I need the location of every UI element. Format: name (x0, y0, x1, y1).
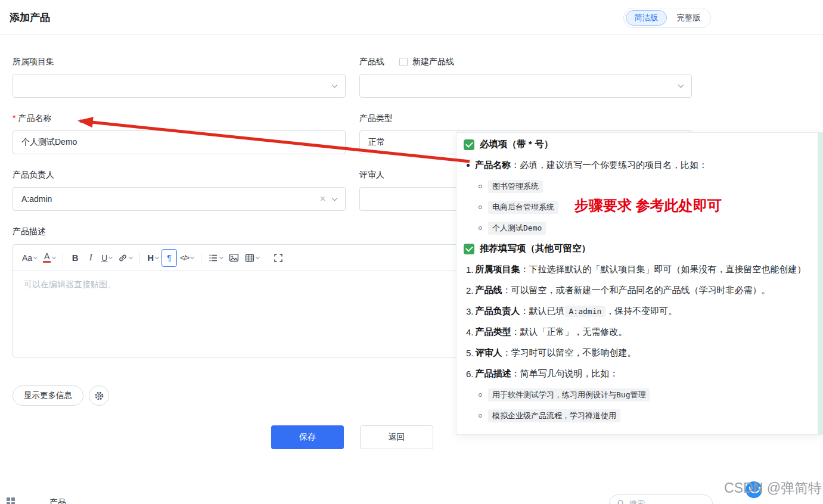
required-field-item: 产品名称 ：必填，建议填写一个你要练习的项目名，比如： (456, 155, 818, 176)
check-icon (464, 244, 474, 254)
step-text: ：默认已填 (520, 306, 565, 317)
product-name-label: *产品名称 (13, 113, 51, 124)
grid-icon[interactable] (6, 497, 15, 504)
view-toggle: 简洁版 完整版 (623, 8, 711, 28)
step-label: 产品描述 (476, 368, 511, 379)
clear-icon[interactable]: × (320, 194, 325, 204)
check-icon (464, 139, 474, 150)
step-text: ：学习时可以留空，不影响创建。 (502, 347, 636, 359)
annotation-red-note: 步骤要求 参考此处即可 (574, 196, 722, 215)
page-title: 添加产品 (10, 11, 50, 24)
heading-button[interactable]: H (144, 249, 162, 267)
step-text: ：下拉选择默认的「默认项目集」即可（如果没有，直接留空也能创建） (520, 264, 806, 275)
code-button[interactable]: </> (177, 249, 197, 267)
bottom-menu-product[interactable]: 产品 (49, 497, 66, 504)
owner-select-value: A:admin (21, 194, 320, 204)
step-item: 2. 产品线 ：可以留空，或者新建一个和产品同名的产品线（学习时非必需）。 (456, 280, 818, 301)
csdn-watermark: CSDN @弹简特 (724, 479, 822, 497)
required-asterisk: * (13, 113, 15, 123)
required-field-text: ：必填，建议填写一个你要练习的项目名，比如： (511, 160, 707, 171)
paragraph-button[interactable]: ¶ (162, 249, 177, 267)
italic-button[interactable]: I (83, 249, 98, 267)
productline-label: 产品线 (359, 57, 384, 67)
example-code: 电商后台管理系统 (488, 201, 558, 214)
step-number: 4. (466, 327, 474, 337)
chevron-down-icon (219, 254, 223, 259)
chevron-down-icon (33, 254, 38, 259)
step-number: 6. (466, 369, 474, 379)
step-number: 5. (466, 348, 474, 358)
circle-bullet-icon (479, 185, 482, 188)
step-code: A:admin (565, 306, 606, 317)
product-name-label-text: 产品名称 (18, 113, 51, 123)
image-button[interactable] (226, 249, 242, 267)
example-code: 图书管理系统 (488, 180, 543, 193)
save-button[interactable]: 保存 (271, 425, 344, 449)
list-button[interactable] (206, 249, 226, 267)
required-title-text: 必填项（带 * 号） (480, 138, 553, 151)
add-product-page: 添加产品 简洁版 完整版 所属项目集 产品线 新建产品线 *产品名称 产品类型 … (0, 0, 823, 504)
paragraph-icon: ¶ (167, 253, 172, 263)
toolbar-divider (139, 253, 140, 263)
search-input[interactable] (629, 499, 695, 504)
chevron-down-icon (52, 254, 56, 259)
recommend-title-text: 推荐填写项（其他可留空） (480, 242, 591, 255)
reviewer-label: 评审人 (359, 170, 384, 181)
table-button[interactable] (242, 249, 262, 267)
underline-icon: U (101, 253, 107, 263)
circle-bullet-icon (479, 226, 482, 230)
step-label: 产品负责人 (476, 306, 520, 317)
fullscreen-button[interactable] (271, 249, 286, 267)
example-code: 模拟企业级产品流程，学习禅道使用 (488, 409, 620, 422)
font-size-label: Aa (22, 253, 32, 263)
productline-select[interactable] (359, 74, 692, 98)
chevron-down-icon (256, 254, 260, 259)
fullscreen-icon (274, 253, 283, 263)
product-type-label: 产品类型 (359, 113, 393, 124)
toggle-simple-button[interactable]: 简洁版 (626, 10, 667, 26)
new-productline-checkbox[interactable] (399, 58, 408, 66)
circle-bullet-icon (479, 393, 482, 397)
example-item: 图书管理系统 (456, 176, 818, 197)
code-icon: </> (180, 254, 189, 262)
font-size-button[interactable]: Aa (19, 249, 40, 267)
underline-button[interactable]: U (98, 249, 115, 267)
back-button[interactable]: 返回 (360, 425, 433, 449)
step-label: 产品类型 (476, 326, 511, 338)
chevron-down-icon (332, 195, 338, 201)
product-name-input[interactable] (13, 130, 346, 154)
font-color-button[interactable]: A (40, 249, 58, 267)
step-number: 3. (466, 306, 474, 316)
bold-icon: B (72, 253, 79, 263)
header-divider (0, 34, 823, 35)
chevron-down-icon (108, 254, 113, 259)
table-icon (245, 253, 254, 263)
link-button[interactable] (115, 249, 135, 267)
owner-select[interactable]: A:admin × (13, 187, 346, 211)
toolbar-divider (63, 253, 63, 263)
step-label: 产品线 (476, 285, 502, 296)
toggle-full-button[interactable]: 完整版 (669, 10, 709, 26)
heading-icon: H (147, 253, 154, 263)
recommend-section-title: 推荐填写项（其他可留空） (456, 238, 818, 259)
show-more-button[interactable]: 显示更多信息 (13, 385, 83, 406)
list-icon (209, 253, 218, 263)
program-select[interactable] (13, 74, 346, 98)
bold-button[interactable]: B (67, 249, 83, 267)
bottom-search-box[interactable] (609, 494, 713, 504)
step-item: 5. 评审人 ：学习时可以留空，不影响创建。 (456, 343, 818, 363)
toolbar-divider (201, 253, 201, 263)
example-item: 个人测试Demo (456, 217, 818, 238)
required-section-title: 必填项（带 * 号） (456, 134, 818, 155)
step-text: ：可以留空，或者新建一个和产品同名的产品线（学习时非必需）。 (502, 285, 771, 296)
settings-button[interactable] (89, 385, 109, 406)
step-item: 6. 产品描述 ：简单写几句说明，比如： (456, 363, 818, 384)
required-field-label: 产品名称 (475, 160, 511, 171)
circle-bullet-icon (479, 414, 482, 418)
italic-icon: I (89, 253, 92, 263)
step-label: 评审人 (476, 347, 502, 359)
chevron-down-icon (129, 254, 133, 259)
description-example-item: 模拟企业级产品流程，学习禅道使用 (456, 405, 818, 426)
step-number: 1. (466, 265, 474, 275)
font-color-icon: A (43, 253, 51, 263)
